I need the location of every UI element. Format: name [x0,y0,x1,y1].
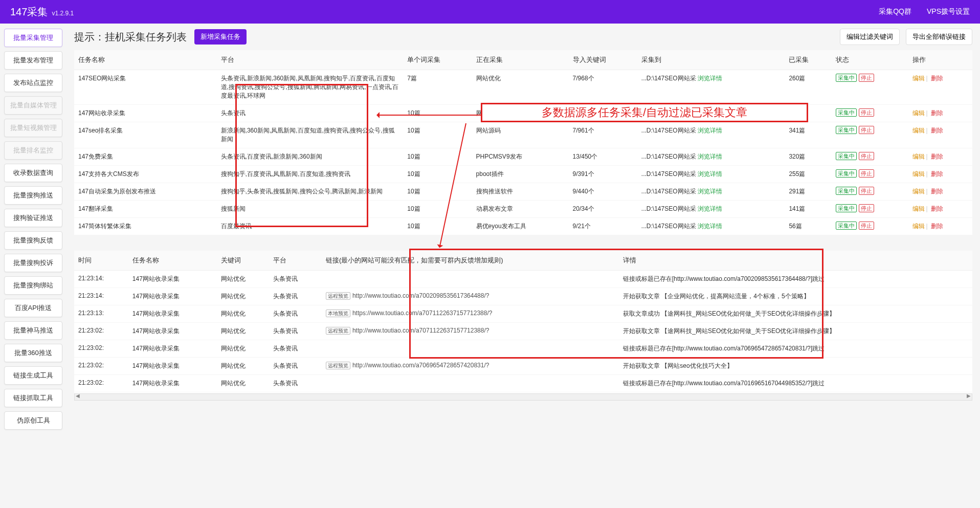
edit-link[interactable]: 编辑 [912,170,925,178]
task-collected: 56篇 [785,218,831,235]
edit-link[interactable]: 编辑 [912,127,925,134]
sidebar-item-15[interactable]: 链接生成工具 [4,366,62,385]
edit-link[interactable]: 编辑 [912,188,925,195]
stop-button[interactable]: 停止 [859,222,874,230]
task-current: 搜狗推送软件 [472,183,569,201]
edit-link[interactable]: 编辑 [912,153,925,160]
log-task: 147网站收录采集 [128,323,217,340]
edit-link[interactable]: 编辑 [912,223,925,230]
sidebar-item-9[interactable]: 批量搜狗反馈 [4,231,62,250]
task-name: 147网站收录采集 [74,105,217,122]
remote-preview-button[interactable]: 远程预览 [326,292,350,300]
task-keywords: 9/440个 [569,183,637,201]
sidebar-item-0[interactable]: 批量采集管理 [4,29,62,47]
edit-link[interactable]: 编辑 [912,205,925,212]
task-current: 网站源码 [472,122,569,148]
vps-settings-link[interactable]: VPS拨号设置 [927,7,970,16]
browse-detail-link[interactable]: 浏览详情 [698,127,722,134]
browse-detail-link[interactable]: 浏览详情 [698,188,722,195]
top-bar: 147采集 v1.2.9.1 采集QQ群 VPS拨号设置 [0,0,980,24]
log-url[interactable]: http://www.toutiao.com/a7069654728657420… [352,362,489,369]
log-keyword: 网站优化 [217,271,270,288]
task-ops: 编辑|删除 [908,166,972,183]
task-current: 网站优化 [472,70,569,105]
stop-button[interactable]: 停止 [859,204,874,212]
delete-link[interactable]: 删除 [931,223,943,230]
stop-button[interactable]: 停止 [859,126,874,134]
log-platform: 头条资讯 [269,271,322,288]
horizontal-scrollbar[interactable] [74,393,972,401]
status-running-badge: 采集中 [836,222,857,230]
browse-detail-link[interactable]: 浏览详情 [698,205,722,212]
log-url[interactable]: https://www.toutiao.com/a707112263715771… [352,310,493,317]
browse-detail-link[interactable]: 浏览详情 [698,223,722,230]
status-running-badge: 采集中 [836,204,857,212]
remote-preview-button[interactable]: 远程预览 [326,362,350,369]
log-row: 21:23:02:147网站收录采集网站优化头条资讯远程预览http://www… [74,323,972,340]
export-errors-button[interactable]: 导出全部错误链接 [906,29,972,45]
task-status: 采集中停止 [832,105,909,122]
delete-link[interactable]: 删除 [931,127,943,134]
delete-link[interactable]: 删除 [931,188,943,195]
sidebar-item-6[interactable]: 收录数据查询 [4,164,62,182]
remote-preview-button[interactable]: 远程预览 [326,327,350,335]
sidebar-item-12[interactable]: 百度API推送 [4,299,62,317]
task-platform: 搜狗知乎,头条资讯,搜狐新闻,搜狗公众号,腾讯新闻,新浪新闻 [217,183,404,201]
delete-link[interactable]: 删除 [931,170,943,178]
stop-button[interactable]: 停止 [859,187,874,195]
task-keywords: 7/961个 [569,122,637,148]
add-task-button[interactable]: 新增采集任务 [194,29,247,45]
delete-link[interactable]: 删除 [931,153,943,160]
task-ops: 编辑|删除 [908,122,972,148]
task-platform: 百度最资讯 [217,218,404,235]
sidebar-item-1[interactable]: 批量发布管理 [4,51,62,70]
delete-link[interactable]: 删除 [931,109,943,117]
task-col-header: 状态 [832,50,909,70]
task-row: 147SEO网站采集头条资讯,新浪新闻,360新闻,凤凰新闻,搜狗知乎,百度资讯… [74,70,972,105]
stop-button[interactable]: 停止 [859,108,874,117]
log-url[interactable]: http://www.toutiao.com/a7071122637157712… [352,327,489,334]
task-current: PHPCMSV9发布 [472,148,569,166]
task-platform: 头条资讯 [217,105,404,122]
stop-button[interactable]: 停止 [859,169,874,178]
log-url[interactable]: http://www.toutiao.com/a7002098535617364… [352,292,489,299]
log-link: 远程预览http://www.toutiao.com/a707112263715… [322,323,619,340]
sidebar-item-17[interactable]: 伪原创工具 [4,411,62,430]
delete-link[interactable]: 删除 [931,205,943,212]
task-col-header: 已采集 [785,50,831,70]
task-row: 147支持各大CMS发布搜狗知乎,百度资讯,凤凰新闻,百度知道,搜狗资讯10篇p… [74,166,972,183]
sidebar-item-10[interactable]: 批量搜狗投诉 [4,254,62,272]
edit-link[interactable]: 编辑 [912,109,925,117]
task-platform: 搜狐新闻 [217,201,404,218]
sidebar-item-16[interactable]: 链接抓取工具 [4,389,62,407]
browse-detail-link[interactable]: 浏览详情 [698,75,722,82]
sidebar-item-8[interactable]: 搜狗验证推送 [4,209,62,227]
local-preview-button[interactable]: 本地预览 [326,310,350,317]
task-status: 采集中停止 [832,183,909,201]
qq-group-link[interactable]: 采集QQ群 [879,7,911,16]
edit-link[interactable]: 编辑 [912,75,925,82]
task-status: 采集中停止 [832,218,909,235]
task-col-header: 操作 [908,50,972,70]
log-keyword: 网站优化 [217,375,270,392]
log-platform: 头条资讯 [269,288,322,305]
browse-detail-link[interactable]: 浏览详情 [698,170,722,178]
sidebar-item-14[interactable]: 批量360推送 [4,344,62,362]
sidebar-item-7[interactable]: 批量搜狗推送 [4,186,62,205]
browse-detail-link[interactable]: 浏览详情 [698,153,722,160]
stop-button[interactable]: 停止 [859,152,874,160]
sidebar-item-11[interactable]: 批量搜狗绑站 [4,276,62,295]
task-row: 147自动采集为原创发布推送搜狗知乎,头条资讯,搜狐新闻,搜狗公众号,腾讯新闻,… [74,183,972,201]
task-current: 动易发布文章 [472,201,569,218]
sidebar-item-2[interactable]: 发布站点监控 [4,74,62,92]
log-platform: 头条资讯 [269,358,322,375]
edit-filter-button[interactable]: 编辑过滤关键词 [840,29,900,45]
status-running-badge: 采集中 [836,169,857,178]
log-detail: 开始获取文章 【网站seo优化技巧大全】 [619,358,972,375]
stop-button[interactable]: 停止 [859,74,874,82]
log-panel: 时间任务名称关键词平台链接(最小的网站可能没有匹配，如需要可群内反馈增加规则)详… [74,251,972,401]
task-status: 采集中停止 [832,122,909,148]
sidebar-item-13[interactable]: 批量神马推送 [4,321,62,340]
delete-link[interactable]: 删除 [931,75,943,82]
log-col-header: 链接(最小的网站可能没有匹配，如需要可群内反馈增加规则) [322,251,619,271]
